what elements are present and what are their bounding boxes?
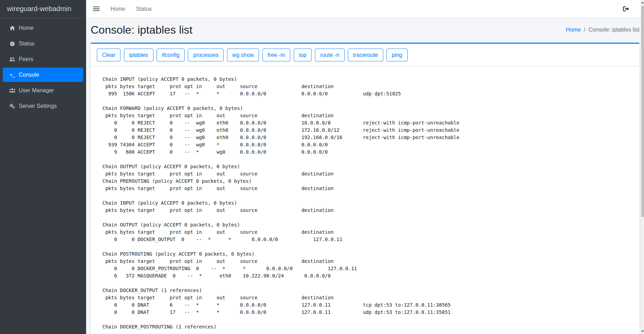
top-navbar: Home Status (86, 0, 644, 18)
navbar-link-status[interactable]: Status (136, 6, 152, 12)
top-button[interactable]: top (294, 49, 312, 61)
free-m-button[interactable]: free -m (262, 49, 291, 61)
hamburger-icon (93, 6, 100, 11)
console-output: Chain INPUT (policy ACCEPT 0 packets, 0 … (97, 76, 633, 331)
sidebar-item-home[interactable]: Home (3, 21, 83, 35)
breadcrumb-separator: / (581, 27, 588, 33)
page-scrollbar[interactable] (641, 0, 644, 334)
sidebar-item-peers[interactable]: Peers (3, 52, 83, 66)
sidebar-item-console[interactable]: >_ Console (3, 68, 83, 82)
console-toolbar: Clear iptables ifconfig processes wg sho… (91, 44, 639, 67)
content-header: Console: iptables list Home / Console: i… (91, 23, 639, 43)
tachometer-icon (8, 41, 17, 46)
sidebar-toggle-button[interactable] (93, 6, 100, 11)
cogs-icon (8, 103, 17, 109)
sidebar: wireguard-webadmin Home Status (0, 0, 86, 334)
scrollbar-up-arrow-icon[interactable] (641, 2, 644, 3)
sidebar-nav: Home Status (0, 18, 86, 117)
breadcrumb-current: Console: iptables list (588, 27, 639, 33)
sidebar-item-label: Status (19, 41, 34, 47)
sidebar-item-label: Home (19, 25, 34, 31)
sidebar-item-label: Console (19, 72, 39, 78)
brand-link[interactable]: wireguard-webadmin (0, 0, 86, 18)
processes-button[interactable]: processes (188, 49, 224, 61)
sidebar-item-label: Peers (19, 56, 33, 62)
app-root: wireguard-webadmin Home Status (0, 0, 644, 334)
wg-show-button[interactable]: wg show (227, 49, 259, 61)
page-title: Console: iptables list (91, 23, 192, 36)
sidebar-item-server-settings[interactable]: Server Settings (3, 99, 83, 113)
terminal-icon: >_ (8, 72, 17, 77)
console-card: Clear iptables ifconfig processes wg sho… (91, 43, 639, 334)
route-n-button[interactable]: route -n (315, 49, 344, 61)
scrollbar-down-arrow-icon[interactable] (641, 331, 644, 332)
breadcrumb: Home / Console: iptables list (566, 27, 639, 33)
breadcrumb-home-link[interactable]: Home (566, 27, 581, 33)
main-area: Home Status Console: iptables list Home … (86, 0, 644, 334)
users-gear-icon (8, 57, 17, 62)
clear-button[interactable]: Clear (97, 49, 120, 61)
sidebar-item-label: Server Settings (19, 103, 57, 109)
scrollbar-thumb[interactable] (641, 6, 644, 217)
sidebar-item-label: User Manager (19, 87, 54, 94)
ping-button[interactable]: ping (386, 49, 407, 61)
content-wrapper: Console: iptables list Home / Console: i… (86, 18, 644, 334)
traceroute-button[interactable]: traceroute (348, 49, 383, 61)
ifconfig-button[interactable]: ifconfig (157, 49, 185, 61)
home-icon (8, 25, 17, 31)
users-icon (8, 88, 17, 93)
sign-out-icon (623, 6, 629, 12)
console-output-container: Chain INPUT (policy ACCEPT 0 packets, 0 … (91, 67, 639, 334)
brand-text: wireguard-webadmin (7, 5, 72, 13)
logout-button[interactable] (623, 6, 629, 12)
sidebar-item-status[interactable]: Status (3, 36, 83, 51)
sidebar-item-user-manager[interactable]: User Manager (3, 83, 83, 97)
iptables-button[interactable]: iptables (124, 49, 153, 61)
navbar-link-home[interactable]: Home (110, 6, 125, 12)
